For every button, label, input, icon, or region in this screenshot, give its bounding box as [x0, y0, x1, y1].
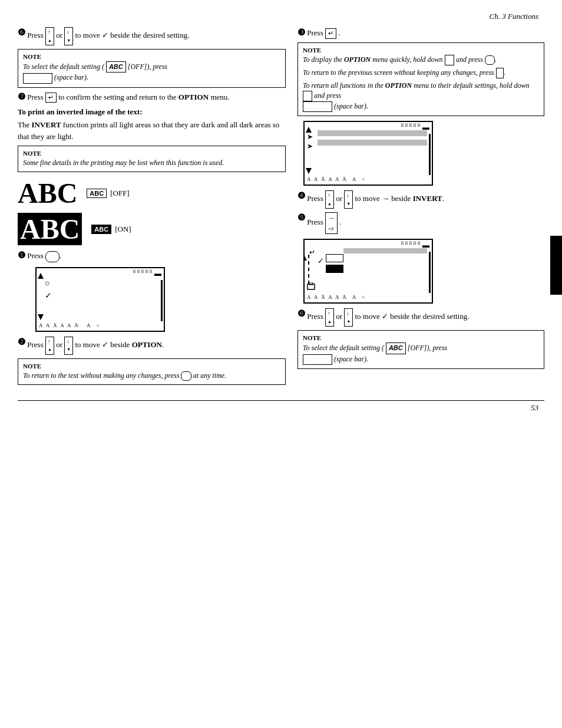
chapter-tab — [550, 236, 562, 295]
up-key-4[interactable]: ↑▲ — [325, 190, 334, 209]
svg-marker-1 — [38, 314, 44, 320]
step-6b-item: ❻ Press ↑▲ or ↓▼ to move ✓ beside the de… — [297, 308, 544, 327]
invert-description: The INVERT function prints all light are… — [18, 119, 286, 142]
lcd-circle-1: ○ — [45, 279, 49, 288]
abc-tag-note5: ABC — [386, 342, 406, 354]
abc-normal-text: ABC — [18, 177, 77, 209]
step-7-text: Press ↵ to confirm the setting and retur… — [27, 91, 229, 103]
lcd-check-1: ✓ — [45, 291, 52, 301]
abc-tag-off: ABC — [87, 189, 107, 198]
step-4-item: ❹ Press ↑▲ or ↓▼ to move → beside INVERT… — [297, 190, 544, 209]
lcd-screen-r2-container: ⠿⠿⠿⠿⠿ ▬ ↵ — [303, 239, 544, 304]
step-1-item: ❶ Press . — [18, 250, 286, 262]
up-key-6b[interactable]: ↑▲ — [325, 308, 334, 327]
svg-marker-3 — [306, 168, 312, 174]
note-4-line4: (space bar). — [303, 101, 539, 112]
svg-marker-4 — [303, 255, 307, 261]
oval-key-note4a[interactable] — [485, 55, 495, 65]
step-6-num: ❻ — [18, 27, 25, 38]
lcd-dots-1: ⠿⠿⠿⠿⠿ — [133, 269, 153, 278]
prev-key-note4[interactable] — [496, 68, 504, 78]
lcd-screen-1-container: ⠿⠿⠿⠿⠿ ▬ ○ ✓ A A Ä A A Ä A < — [35, 267, 286, 332]
step-3-num: ❸ — [297, 27, 305, 38]
enter-key-7[interactable]: ↵ — [45, 93, 57, 103]
down-key-2[interactable]: ↓▼ — [64, 337, 73, 355]
svg-marker-2 — [306, 127, 312, 133]
lcd-arrow-r2: ➤ — [307, 142, 313, 151]
enter-key-5[interactable]: →+ℬ — [325, 212, 338, 234]
lcd-minus-1: ▬ — [154, 269, 161, 278]
step-5-num: ❺ — [297, 212, 305, 223]
step-3-text: Press ↵ . — [307, 27, 340, 39]
enter-key-3[interactable]: ↵ — [325, 28, 336, 38]
lcd-dashes-r2 — [306, 255, 309, 284]
up-key-6[interactable]: ↑▲ — [45, 27, 54, 45]
lcd-gray1-r1 — [318, 130, 427, 136]
step-2-text: Press ↑▲ or ↓▼ to move ✓ beside OPTION. — [27, 337, 164, 355]
lcd-scroll-up-r1 — [306, 127, 312, 136]
abc-tag-note1: ABC — [106, 61, 126, 73]
lcd-scroll-up-1 — [38, 273, 44, 282]
menu-key-1[interactable] — [45, 251, 59, 262]
abc-on-label: ABC [ON] — [91, 225, 131, 234]
step-6-item: ❻ Press ↑▲ or ↓▼ to move ✓ beside the de… — [18, 27, 286, 45]
lcd-check-r2: ✓ — [318, 256, 324, 266]
step-1-num: ❶ — [18, 250, 25, 261]
space-bar-note4[interactable] — [303, 101, 332, 112]
note-4-line3: To return all functions in the OPTION me… — [303, 81, 539, 101]
abc-invert-text: ABC — [18, 213, 82, 245]
note-4-label: NOTE — [303, 47, 539, 54]
space-bar-note5[interactable] — [303, 354, 332, 365]
lcd-top-bar-1: ⠿⠿⠿⠿⠿ ▬ — [133, 269, 161, 278]
lcd-gray2-r1 — [318, 140, 427, 146]
lcd-black-box-r2 — [326, 265, 343, 273]
note-4-line1: To display the OPTION menu quickly, hold… — [303, 55, 539, 65]
step-3-item: ❸ Press ↵ . — [297, 27, 544, 39]
step-5-item: ❺ Press →+ℬ . — [297, 212, 544, 234]
lcd-gray-r2 — [343, 248, 427, 253]
step-7-num: ❼ — [18, 91, 25, 102]
up-key-2[interactable]: ↑▲ — [45, 337, 54, 355]
lcd-bottom-bar-1: A A Ä A A Ä A < — [39, 322, 101, 328]
chapter-title: Ch. 3 Functions — [490, 12, 538, 21]
note-4: NOTE To display the OPTION menu quickly,… — [297, 42, 544, 117]
note-5: NOTE To select the default setting ( ABC… — [297, 330, 544, 369]
lcd-screen-r2: ⠿⠿⠿⠿⠿ ▬ ↵ — [303, 239, 433, 304]
note-2: NOTE Some fine details in the printing m… — [18, 146, 286, 172]
lcd-right-bar-r1 — [429, 134, 431, 175]
step-2-item: ❷ Press ↑▲ or ↓▼ to move ✓ beside OPTION… — [18, 337, 286, 355]
step-6b-text: Press ↑▲ or ↓▼ to move ✓ beside the desi… — [307, 308, 469, 327]
main-content: ❻ Press ↑▲ or ↓▼ to move ✓ beside the de… — [18, 27, 544, 388]
lcd-bottom-r2: A A Ä A A Ä A < — [307, 294, 366, 300]
page: Ch. 3 Functions ❻ Press ↑▲ or ↓▼ to move… — [0, 0, 562, 728]
space-bar-note1[interactable] — [23, 73, 52, 84]
page-number: 53 — [18, 403, 544, 413]
hold-key2-note4[interactable] — [303, 91, 312, 101]
down-key-6[interactable]: ↓▼ — [64, 27, 73, 45]
lcd-screen-r1: ⠿⠿⠿⠿⠿ ▬ ➤ ➤ — [303, 121, 433, 186]
oval-key-note3[interactable] — [181, 371, 191, 381]
abc-on-row: ABC ABC [ON] — [18, 213, 286, 245]
step-4-text: Press ↑▲ or ↓▼ to move → beside INVERT. — [307, 190, 444, 209]
footer-divider — [18, 400, 544, 401]
lcd-enter-r2: ↵ — [309, 248, 315, 257]
abc-off-label: ABC [OFF] — [87, 189, 129, 198]
lcd-white-box-r2 — [326, 254, 343, 262]
note-2-label: NOTE — [23, 150, 280, 157]
step-6b-num: ❻ — [297, 308, 305, 319]
down-key-6b[interactable]: ↓▼ — [344, 308, 353, 327]
abc-demo: ABC ABC [OFF] ABC ABC [ON] — [18, 177, 286, 245]
abc-tag-on: ABC — [91, 225, 111, 234]
down-key-4[interactable]: ↓▼ — [344, 190, 353, 209]
lcd-bottom-r1: A A Ä A A Ä A < — [307, 176, 366, 182]
lcd-screen-1: ⠿⠿⠿⠿⠿ ▬ ○ ✓ A A Ä A A Ä A < — [35, 267, 165, 332]
invert-title: To print an inverted image of the text: — [18, 107, 286, 117]
lcd-right-bar-1 — [161, 280, 163, 321]
right-column: ❸ Press ↵ . NOTE To display the OPTION m… — [297, 27, 544, 388]
note-1-label: NOTE — [23, 53, 280, 60]
lcd-scroll-down-r1 — [306, 167, 312, 176]
step-1-text: Press . — [27, 250, 61, 262]
hold-key-note4[interactable] — [445, 55, 454, 65]
lcd-screen-r1-container: ⠿⠿⠿⠿⠿ ▬ ➤ ➤ — [303, 121, 544, 186]
note-1: NOTE To select the default setting ( ABC… — [18, 49, 286, 88]
